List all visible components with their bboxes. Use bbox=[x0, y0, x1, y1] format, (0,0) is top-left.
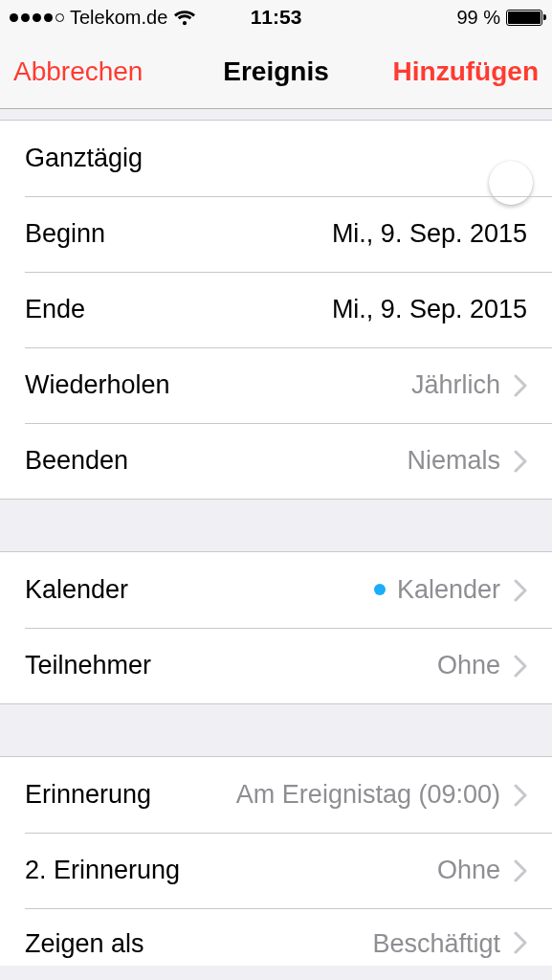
chevron-right-icon bbox=[514, 579, 527, 602]
alert-row[interactable]: Erinnerung Am Ereignistag (09:00) bbox=[0, 757, 552, 833]
show-as-label: Zeigen als bbox=[25, 929, 144, 959]
chevron-right-icon bbox=[514, 931, 527, 954]
allday-row[interactable]: Ganztägig bbox=[0, 121, 552, 196]
end-label: Ende bbox=[25, 295, 85, 324]
begin-value: Mi., 9. Sep. 2015 bbox=[105, 219, 527, 249]
battery-percentage: 99 % bbox=[456, 7, 500, 29]
alert-group: Erinnerung Am Ereignistag (09:00) 2. Eri… bbox=[0, 756, 552, 966]
calendar-group: Kalender Kalender Teilnehmer Ohne bbox=[0, 551, 552, 704]
end-repeat-value: Niemals bbox=[128, 446, 500, 476]
date-time-group: Ganztägig Beginn Mi., 9. Sep. 2015 Ende … bbox=[0, 120, 552, 500]
calendar-color-dot-icon bbox=[374, 584, 386, 595]
second-alert-label: 2. Erinnerung bbox=[25, 856, 180, 885]
add-button[interactable]: Hinzufügen bbox=[393, 56, 539, 87]
end-repeat-row[interactable]: Beenden Niemals bbox=[0, 423, 552, 499]
show-as-row[interactable]: Zeigen als Beschäftigt bbox=[0, 908, 552, 966]
show-as-value: Beschäftigt bbox=[144, 929, 500, 959]
end-value: Mi., 9. Sep. 2015 bbox=[85, 295, 527, 324]
chevron-right-icon bbox=[514, 450, 527, 473]
begin-label: Beginn bbox=[25, 219, 105, 249]
alert-value: Am Ereignistag (09:00) bbox=[151, 780, 500, 810]
battery-icon bbox=[506, 10, 542, 26]
second-alert-value: Ohne bbox=[180, 856, 500, 885]
repeat-value: Jährlich bbox=[170, 370, 500, 400]
cancel-button[interactable]: Abbrechen bbox=[13, 56, 143, 87]
repeat-label: Wiederholen bbox=[25, 370, 170, 400]
clock: 11:53 bbox=[251, 6, 302, 29]
chevron-right-icon bbox=[514, 374, 527, 397]
begin-row[interactable]: Beginn Mi., 9. Sep. 2015 bbox=[0, 196, 552, 272]
wifi-icon bbox=[173, 9, 196, 26]
calendar-label: Kalender bbox=[25, 575, 128, 605]
calendar-value: Kalender bbox=[128, 575, 500, 605]
chevron-right-icon bbox=[514, 784, 527, 807]
chevron-right-icon bbox=[514, 859, 527, 882]
calendar-row[interactable]: Kalender Kalender bbox=[0, 552, 552, 628]
status-bar: Telekom.de 11:53 99 % bbox=[0, 0, 552, 34]
invitees-row[interactable]: Teilnehmer Ohne bbox=[0, 628, 552, 703]
alert-label: Erinnerung bbox=[25, 780, 151, 810]
page-title: Ereignis bbox=[223, 56, 328, 87]
second-alert-row[interactable]: 2. Erinnerung Ohne bbox=[0, 833, 552, 908]
carrier-label: Telekom.de bbox=[70, 7, 167, 29]
allday-label: Ganztägig bbox=[25, 144, 143, 173]
nav-bar: Abbrechen Ereignis Hinzufügen bbox=[0, 34, 552, 109]
signal-strength-icon bbox=[10, 13, 64, 22]
end-row[interactable]: Ende Mi., 9. Sep. 2015 bbox=[0, 272, 552, 347]
repeat-row[interactable]: Wiederholen Jährlich bbox=[0, 347, 552, 423]
invitees-label: Teilnehmer bbox=[25, 651, 151, 680]
invitees-value: Ohne bbox=[151, 651, 500, 680]
end-repeat-label: Beenden bbox=[25, 446, 128, 476]
chevron-right-icon bbox=[514, 655, 527, 678]
